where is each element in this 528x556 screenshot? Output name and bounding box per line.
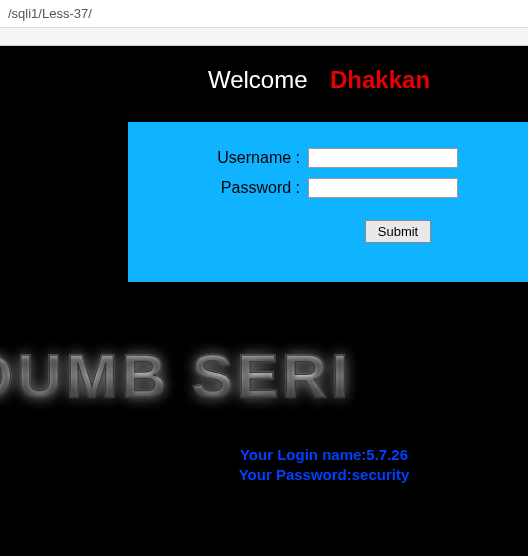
password-input[interactable] xyxy=(308,178,458,198)
login-name-line: Your Login name:5.7.26 xyxy=(120,445,528,465)
welcome-row: Welcome Dhakkan xyxy=(110,66,528,94)
password-label: Password : xyxy=(203,179,308,197)
submit-button[interactable]: Submit xyxy=(365,220,431,243)
welcome-text: Welcome xyxy=(208,66,308,93)
password-line: Your Password:security xyxy=(120,465,528,485)
tab-strip xyxy=(0,28,528,46)
url-text: /sqli1/Less-37/ xyxy=(8,6,92,21)
username-input[interactable] xyxy=(308,148,458,168)
username-label: Username : xyxy=(203,149,308,167)
banner-row: I DUMB SERI xyxy=(0,340,528,411)
username-row: Username : xyxy=(128,148,528,168)
dhakkan-text: Dhakkan xyxy=(330,66,430,93)
result-row: Your Login name:5.7.26 Your Password:sec… xyxy=(0,445,528,484)
password-row: Password : xyxy=(128,178,528,198)
address-bar[interactable]: /sqli1/Less-37/ xyxy=(0,0,528,28)
login-form: Username : Password : Submit xyxy=(128,122,528,282)
submit-row: Submit xyxy=(128,220,528,243)
banner-text: I DUMB SERI xyxy=(0,340,352,411)
page-body: Welcome Dhakkan Username : Password : Su… xyxy=(0,46,528,556)
